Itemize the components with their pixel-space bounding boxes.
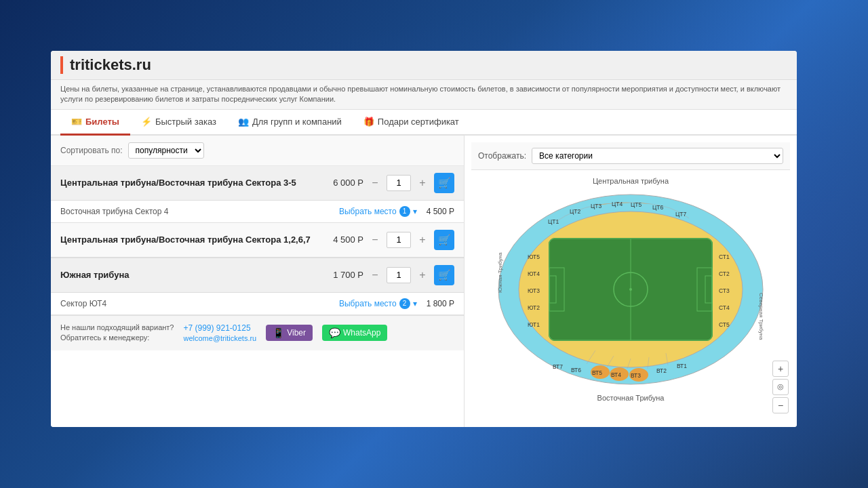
sector-name-3: Сектор ЮТ4: [60, 299, 339, 308]
ticket-main-row-2: Центральная трибуна/Восточная трибуна Се…: [51, 223, 464, 258]
qty-plus-2[interactable]: +: [415, 232, 430, 247]
zoom-out-button[interactable]: −: [772, 397, 789, 413]
svg-text:Южная Трибуна: Южная Трибуна: [497, 252, 503, 293]
svg-text:ЮТ5: ЮТ5: [528, 253, 540, 260]
groups-icon: 👥: [238, 117, 249, 127]
stadium-map: Центральная трибуна: [471, 170, 790, 409]
svg-text:Северная Трибуна: Северная Трибуна: [758, 293, 764, 340]
ticket-price-area-2: 4 500 Р − + 🛒: [333, 230, 454, 250]
ticket-main-row-3: Южная трибуна 1 700 Р − + 🛒: [51, 258, 464, 293]
whatsapp-button[interactable]: 💬 WhatsApp: [322, 325, 387, 341]
viber-icon: 📱: [273, 327, 284, 338]
svg-text:ЮТ3: ЮТ3: [528, 287, 540, 294]
qty-minus-2[interactable]: −: [368, 232, 382, 247]
ticket-group-3: Южная трибуна 1 700 Р − + 🛒 Сектор ЮТ4 В…: [51, 258, 464, 315]
svg-text:ВТ6: ВТ6: [571, 367, 581, 373]
svg-text:СТ5: СТ5: [719, 321, 730, 328]
cart-btn-3[interactable]: 🛒: [434, 265, 454, 285]
svg-text:СТ4: СТ4: [719, 304, 730, 311]
ticket-sub-row-3: Сектор ЮТ4 Выбрать место 2 ▾ 1 800 Р: [51, 293, 464, 314]
ticket-main-row-1: Центральная трибуна/Восточная трибуна Се…: [51, 166, 464, 201]
zoom-in-button[interactable]: +: [772, 361, 789, 377]
ticket-sub-row-1: Восточная трибуна Сектор 4 Выбрать место…: [51, 201, 464, 222]
notice-bar: Цены на билеты, указанные на странице, у…: [51, 80, 797, 110]
tab-quick-order[interactable]: ⚡ Быстрый заказ: [130, 110, 227, 136]
qty-input-3[interactable]: [387, 267, 411, 283]
svg-text:ВТ4: ВТ4: [611, 371, 621, 378]
svg-text:ЮТ2: ЮТ2: [528, 304, 540, 311]
support-row: Не нашли подходящий вариант?Обратитесь к…: [51, 315, 464, 350]
svg-text:ВТ2: ВТ2: [656, 367, 667, 374]
svg-text:ВТ1: ВТ1: [677, 363, 687, 369]
sub-price-3: 1 800 Р: [427, 299, 454, 308]
tab-tickets[interactable]: 🎫 Билеты: [60, 110, 130, 136]
select-place-btn-1[interactable]: Выбрать место 1 ▾: [339, 206, 417, 217]
sub-price-1: 4 500 Р: [427, 207, 454, 216]
left-panel: Сортировать по: популярности цене назван…: [51, 136, 465, 427]
svg-text:ЮТ4: ЮТ4: [528, 270, 540, 277]
ticket-price-area-1: 6 000 Р − + 🛒: [333, 173, 454, 193]
quick-order-icon: ⚡: [141, 117, 152, 127]
ticket-name-2: Центральная трибуна/Восточная трибуна Се…: [60, 234, 333, 246]
svg-text:ЦТ6: ЦТ6: [652, 204, 663, 211]
ticket-price-2: 4 500 Р: [333, 235, 363, 245]
content-area: Сортировать по: популярности цене назван…: [51, 136, 797, 427]
ticket-group-1: Центральная трибуна/Восточная трибуна Се…: [51, 166, 464, 223]
svg-text:СТ1: СТ1: [719, 253, 730, 260]
sort-select[interactable]: популярности цене названию: [128, 142, 204, 159]
sort-bar: Сортировать по: популярности цене назван…: [51, 136, 464, 166]
qty-input-1[interactable]: [387, 175, 411, 191]
support-phone: +7 (999) 921-0125: [183, 323, 256, 333]
ticket-price-1: 6 000 Р: [333, 178, 363, 188]
ticket-name-3: Южная трибуна: [60, 269, 333, 281]
zoom-controls: + ◎ −: [772, 361, 789, 413]
sort-label: Сортировать по:: [60, 146, 123, 155]
ticket-price-3: 1 700 Р: [333, 270, 363, 280]
support-email: welcome@tritickets.ru: [183, 334, 256, 342]
viber-button[interactable]: 📱 Viber: [266, 325, 313, 341]
svg-text:ЦТ4: ЦТ4: [612, 201, 623, 207]
svg-text:ЮТ1: ЮТ1: [528, 321, 540, 328]
sector-name-1: Восточная трибуна Сектор 4: [60, 207, 339, 216]
svg-text:ЦТ7: ЦТ7: [675, 211, 686, 218]
tab-gift[interactable]: 🎁 Подари сертификат: [353, 110, 470, 136]
zoom-reset-button[interactable]: ◎: [772, 379, 789, 395]
ticket-group-2: Центральная трибуна/Восточная трибуна Се…: [51, 223, 464, 258]
support-contact: +7 (999) 921-0125 welcome@tritickets.ru: [183, 323, 256, 342]
tab-groups[interactable]: 👥 Для групп и компаний: [227, 110, 353, 136]
tabs-bar: 🎫 Билеты ⚡ Быстрый заказ 👥 Для групп и к…: [51, 110, 797, 136]
svg-text:ЦТ2: ЦТ2: [570, 208, 580, 215]
filter-select[interactable]: Все категории Центральная трибуна Восточ…: [532, 148, 783, 164]
qty-plus-3[interactable]: +: [415, 268, 430, 283]
place-badge-3: 2: [399, 298, 410, 309]
support-text: Не нашли подходящий вариант?Обратитесь к…: [60, 323, 174, 344]
qty-minus-1[interactable]: −: [368, 176, 382, 190]
svg-text:ВТ3: ВТ3: [631, 372, 641, 379]
whatsapp-icon: 💬: [329, 327, 340, 338]
tickets-icon: 🎫: [71, 117, 82, 127]
right-panel: Отображать: Все категории Центральная тр…: [465, 136, 797, 427]
svg-text:ЦТ1: ЦТ1: [548, 218, 559, 225]
stadium-label-bottom: Восточная Трибуна: [597, 394, 665, 402]
filter-row: Отображать: Все категории Центральная тр…: [471, 142, 790, 170]
cart-btn-1[interactable]: 🛒: [434, 173, 454, 193]
qty-minus-3[interactable]: −: [368, 268, 382, 283]
svg-text:СТ2: СТ2: [719, 270, 730, 277]
svg-text:ВТ5: ВТ5: [592, 369, 602, 376]
cart-btn-2[interactable]: 🛒: [434, 230, 454, 250]
svg-text:ВТ7: ВТ7: [553, 363, 563, 370]
svg-text:ЦТ3: ЦТ3: [591, 203, 601, 209]
gift-icon: 🎁: [363, 117, 374, 127]
svg-text:СТ3: СТ3: [719, 287, 730, 294]
header: tritickets.ru: [51, 51, 797, 80]
filter-label: Отображать:: [478, 151, 526, 161]
site-logo: tritickets.ru: [60, 56, 151, 74]
ticket-name-1: Центральная трибуна/Восточная трибуна Се…: [60, 177, 333, 189]
stadium-label-top: Центральная трибуна: [593, 177, 669, 185]
qty-input-2[interactable]: [387, 232, 411, 248]
place-badge-1: 1: [399, 206, 410, 217]
svg-point-6: [629, 288, 632, 291]
stadium-svg: ЦТ1 ЦТ2 ЦТ3 ЦТ4 ЦТ5 ЦТ6: [488, 188, 773, 391]
select-place-btn-3[interactable]: Выбрать место 2 ▾: [339, 298, 417, 309]
qty-plus-1[interactable]: +: [415, 176, 430, 190]
